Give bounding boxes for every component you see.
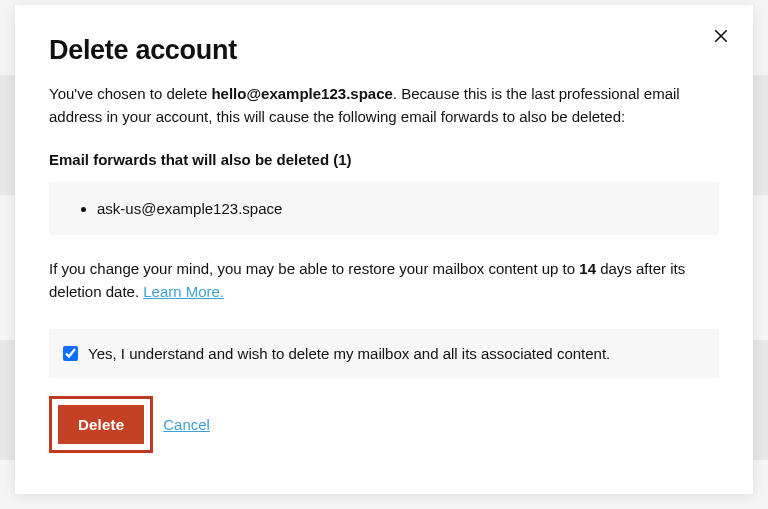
restore-text: If you change your mind, you may be able… <box>49 257 719 304</box>
intro-email: hello@example123.space <box>211 85 392 102</box>
delete-account-modal: Delete account You've chosen to delete h… <box>15 5 753 494</box>
forwards-list: ask-us@example123.space <box>97 198 699 219</box>
forwards-list-box: ask-us@example123.space <box>49 182 719 235</box>
confirm-box: Yes, I understand and wish to delete my … <box>49 329 719 378</box>
delete-highlight-frame: Delete <box>49 396 153 453</box>
restore-days: 14 <box>579 260 596 277</box>
cancel-link[interactable]: Cancel <box>163 416 210 433</box>
close-icon <box>712 27 730 48</box>
intro-prefix: You've chosen to delete <box>49 85 211 102</box>
intro-text: You've chosen to delete hello@example123… <box>49 82 719 129</box>
modal-title: Delete account <box>49 35 719 66</box>
forwards-heading: Email forwards that will also be deleted… <box>49 151 719 168</box>
restore-prefix: If you change your mind, you may be able… <box>49 260 579 277</box>
list-item: ask-us@example123.space <box>97 198 699 219</box>
delete-button[interactable]: Delete <box>58 405 144 444</box>
modal-actions: Delete Cancel <box>49 396 719 453</box>
confirm-label[interactable]: Yes, I understand and wish to delete my … <box>88 345 610 362</box>
learn-more-link[interactable]: Learn More. <box>143 283 224 300</box>
close-button[interactable] <box>707 23 735 51</box>
confirm-checkbox[interactable] <box>63 346 78 361</box>
